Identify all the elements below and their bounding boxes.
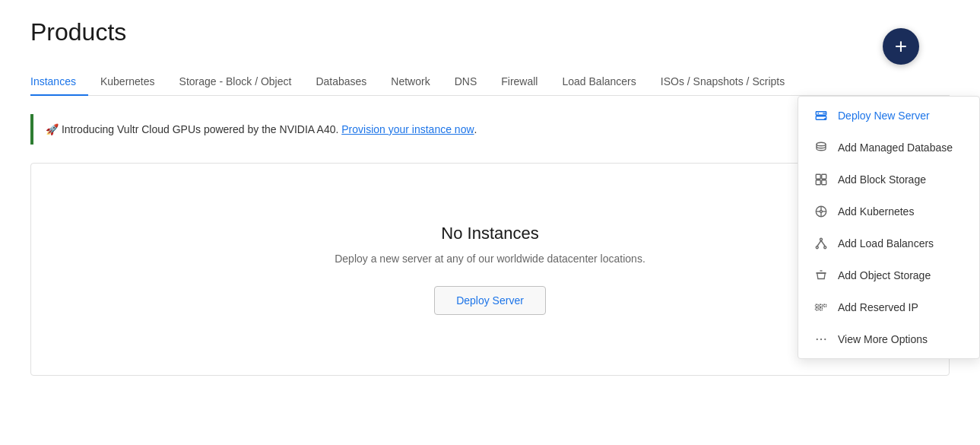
dropdown-add-kubernetes[interactable]: Add Kubernetes (798, 195, 979, 227)
tab-kubernetes[interactable]: Kubernetes (88, 68, 167, 95)
dropdown-load-balancers-label: Add Load Balancers (838, 237, 934, 250)
empty-state-subtitle: Deploy a new server at any of our worldw… (335, 253, 645, 265)
svg-point-17 (820, 238, 823, 240)
tab-dns[interactable]: DNS (442, 68, 490, 95)
load-balancer-icon (813, 236, 829, 251)
svg-rect-23 (820, 304, 823, 307)
dropdown-managed-db-label: Add Managed Database (838, 141, 953, 154)
dropdown-add-block-storage[interactable]: Add Block Storage (798, 164, 979, 195)
svg-line-20 (817, 240, 821, 246)
svg-rect-22 (816, 304, 819, 307)
deploy-server-button[interactable]: Deploy Server (434, 286, 546, 315)
dropdown-add-load-balancers[interactable]: Add Load Balancers (798, 227, 979, 259)
dropdown-object-storage-label: Add Object Storage (838, 269, 931, 281)
page-title: Products (30, 18, 950, 46)
svg-line-21 (821, 240, 825, 246)
tab-load-balancers[interactable]: Load Balancers (550, 68, 648, 95)
dropdown-view-more-options[interactable]: View More Options (798, 323, 979, 355)
page-header: Products Instances Kubernetes Storage - … (0, 0, 980, 96)
svg-point-27 (817, 339, 818, 340)
dropdown-reserved-ip-label: Add Reserved IP (838, 301, 918, 313)
svg-rect-25 (816, 308, 819, 310)
plus-button[interactable]: + (883, 28, 919, 65)
main-content: 🚀 Introducing Vultr Cloud GPUs powered b… (0, 96, 980, 394)
server-plus-icon (813, 108, 829, 123)
more-dots-icon (813, 332, 829, 347)
svg-point-28 (820, 339, 822, 340)
svg-rect-10 (822, 180, 826, 185)
tab-firewall[interactable]: Firewall (489, 68, 550, 95)
svg-rect-9 (816, 180, 820, 185)
dropdown-deploy-new-server[interactable]: Deploy New Server (798, 100, 979, 132)
tab-network[interactable]: Network (379, 68, 442, 95)
dropdown-kubernetes-label: Add Kubernetes (838, 205, 914, 218)
svg-point-19 (824, 246, 826, 249)
svg-rect-8 (822, 174, 826, 179)
svg-point-12 (820, 211, 823, 213)
empty-state-title: No Instances (441, 224, 538, 243)
svg-point-6 (817, 142, 826, 146)
dropdown-add-managed-database[interactable]: Add Managed Database (798, 132, 979, 164)
tab-instances[interactable]: Instances (30, 68, 88, 95)
announcement-text: Introducing Vultr Cloud GPUs powered by … (62, 123, 341, 135)
announcement-link[interactable]: Provision your instance now (341, 123, 474, 135)
dropdown-deploy-label: Deploy New Server (838, 110, 930, 122)
dropdown-add-object-storage[interactable]: Add Object Storage (798, 259, 979, 291)
dropdown-view-more-label: View More Options (838, 333, 928, 345)
svg-rect-7 (816, 174, 820, 179)
svg-point-29 (824, 339, 826, 340)
svg-rect-24 (823, 304, 826, 307)
dropdown-add-reserved-ip[interactable]: Add Reserved IP (798, 291, 979, 323)
reserved-ip-icon (813, 300, 829, 315)
svg-rect-26 (820, 308, 823, 310)
grid-icon (813, 172, 829, 187)
kubernetes-icon (813, 204, 829, 219)
dropdown-block-storage-label: Add Block Storage (838, 173, 926, 186)
tabs-bar: Instances Kubernetes Storage - Block / O… (30, 68, 950, 96)
tab-storage[interactable]: Storage - Block / Object (167, 68, 304, 95)
tab-isos[interactable]: ISOs / Snapshots / Scripts (649, 68, 797, 95)
tab-databases[interactable]: Databases (303, 68, 379, 95)
dropdown-menu: Deploy New Server Add Managed Database (798, 96, 980, 359)
announcement-emoji: 🚀 (46, 123, 59, 135)
storage-bucket-icon (813, 268, 829, 283)
database-icon (813, 140, 829, 155)
svg-point-18 (816, 246, 818, 249)
